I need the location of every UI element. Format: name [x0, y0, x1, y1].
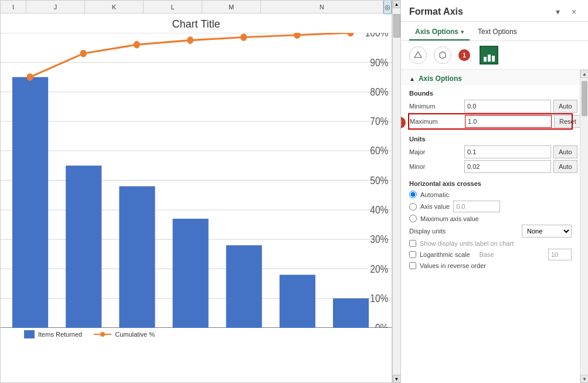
panel-scroll-down-btn[interactable]: ▼: [580, 375, 588, 383]
panel-content: ▲ Axis Options Bounds Minimum Auto 2 M: [401, 70, 580, 383]
col-resize-handle[interactable]: ◎: [383, 0, 392, 14]
tab-text-options[interactable]: Text Options: [472, 25, 523, 40]
reverse-label: Values in reverse order: [420, 262, 486, 269]
col-I: I: [1, 1, 26, 13]
panel-scrollbar[interactable]: ▲ ▼: [580, 70, 588, 383]
scroll-down-btn[interactable]: ▼: [393, 375, 401, 383]
logarithmic-checkbox[interactable]: [409, 251, 416, 258]
maximum-input[interactable]: [465, 115, 552, 128]
minor-input[interactable]: [464, 160, 551, 173]
legend-bar-icon: [24, 330, 35, 338]
svg-text:80%: 80%: [370, 86, 388, 98]
legend-line-item: Cumulative %: [94, 331, 155, 338]
show-units-checkbox[interactable]: [409, 240, 416, 247]
show-units-label: Show display units label on chart: [420, 240, 514, 247]
major-input[interactable]: [464, 145, 551, 158]
col-headers: I J K L M N ◎: [1, 1, 392, 13]
axis-options-section-header[interactable]: ▲ Axis Options: [401, 70, 580, 85]
tab-axis-options-dropdown[interactable]: ▾: [461, 29, 464, 35]
radio-max-axis-value-input[interactable]: [409, 215, 417, 222]
scroll-up-btn[interactable]: ▲: [393, 0, 401, 8]
svg-rect-14: [172, 219, 208, 328]
radio-automatic-input[interactable]: [409, 191, 417, 198]
panel-scroll-track: [580, 78, 588, 375]
col-K: K: [85, 1, 144, 13]
svg-point-18: [26, 73, 33, 81]
major-row: Major Auto: [409, 145, 572, 158]
svg-point-23: [294, 33, 300, 39]
badge-1-container: 1: [458, 49, 473, 61]
minimum-row: Minimum Auto: [409, 100, 572, 113]
minor-row: Minor Auto: [409, 160, 572, 173]
haxis-crosses-options: Automatic Axis value Maximum axis value: [409, 191, 572, 222]
major-label: Major: [409, 148, 462, 155]
minor-auto-btn[interactable]: Auto: [553, 160, 577, 173]
svg-point-22: [240, 33, 247, 41]
col-L: L: [144, 1, 202, 13]
display-units-select[interactable]: None Hundreds Thousands Millions: [522, 225, 572, 238]
radio-max-axis-value: Maximum axis value: [409, 215, 572, 222]
bar-chart-icon[interactable]: [480, 46, 498, 65]
icon-row: 1: [401, 41, 588, 70]
svg-marker-47: [440, 52, 446, 59]
chart-area: I J K L M N ◎ Chart Title: [0, 0, 392, 383]
chart-title: Chart Title: [1, 18, 392, 30]
svg-point-45: [100, 332, 105, 337]
svg-rect-12: [66, 165, 101, 328]
radio-automatic: Automatic: [409, 191, 572, 198]
panel-tabs: Axis Options ▾ Text Options: [401, 22, 588, 41]
tab-axis-options[interactable]: Axis Options ▾: [409, 25, 470, 40]
base-input[interactable]: [548, 249, 572, 260]
maximum-row: Maximum Reset: [409, 114, 572, 128]
svg-text:100%: 100%: [365, 33, 389, 39]
svg-text:0%: 0%: [375, 322, 389, 328]
shape-effects-icon[interactable]: [434, 46, 451, 64]
svg-rect-17: [333, 299, 369, 328]
chart-container: Chart Title: [1, 13, 392, 382]
radio-automatic-label: Automatic: [420, 191, 449, 198]
radio-axis-value-input[interactable]: [409, 203, 417, 211]
radio-axis-value: Axis value: [409, 201, 572, 212]
svg-text:30%: 30%: [370, 233, 388, 245]
major-auto-btn[interactable]: Auto: [553, 145, 577, 158]
svg-rect-15: [226, 245, 262, 328]
legend-bar-item: Items Returned: [24, 330, 82, 338]
svg-point-21: [187, 36, 193, 44]
maximum-label: Maximum: [410, 118, 463, 125]
logarithmic-row: Logarithmic scale Base: [409, 249, 572, 260]
panel-header-icons: ▾ ×: [552, 6, 580, 18]
svg-point-19: [80, 50, 87, 57]
svg-point-24: [347, 33, 354, 36]
tab-text-options-label: Text Options: [478, 28, 517, 36]
svg-text:40%: 40%: [370, 204, 388, 216]
minimum-input[interactable]: [464, 100, 551, 113]
svg-point-20: [134, 41, 140, 49]
scroll-thumb[interactable]: [393, 14, 400, 38]
base-label: Base: [480, 251, 545, 258]
maximum-reset-btn[interactable]: Reset: [554, 115, 580, 128]
reverse-checkbox[interactable]: [409, 262, 416, 269]
legend-bar-label: Items Returned: [38, 331, 82, 338]
panel-collapse-btn[interactable]: ▾: [552, 6, 563, 18]
legend-line-label: Cumulative %: [115, 331, 155, 338]
legend-line-icon: [94, 331, 111, 338]
show-units-row: Show display units label on chart: [409, 240, 572, 247]
svg-text:10%: 10%: [370, 293, 388, 304]
badge-1: 1: [458, 49, 470, 61]
fill-effects-icon[interactable]: [409, 46, 427, 64]
panel-close-btn[interactable]: ×: [568, 6, 580, 18]
radio-axis-value-label: Axis value: [420, 203, 450, 210]
panel-scroll-thumb[interactable]: [582, 81, 587, 116]
minimum-auto-btn[interactable]: Auto: [553, 100, 577, 113]
panel-scroll-up-btn[interactable]: ▲: [580, 70, 588, 78]
bounds-label: Bounds: [409, 87, 572, 98]
section-collapse-icon: ▲: [409, 76, 415, 82]
col-N: N: [261, 1, 383, 13]
svg-text:90%: 90%: [370, 57, 388, 69]
logarithmic-label: Logarithmic scale: [420, 251, 470, 258]
minimum-label: Minimum: [409, 103, 462, 110]
chart-scrollbar[interactable]: ▲ ▼: [392, 0, 400, 383]
col-M: M: [202, 1, 261, 13]
units-label: Units: [409, 133, 572, 144]
axis-value-input[interactable]: [453, 201, 500, 212]
